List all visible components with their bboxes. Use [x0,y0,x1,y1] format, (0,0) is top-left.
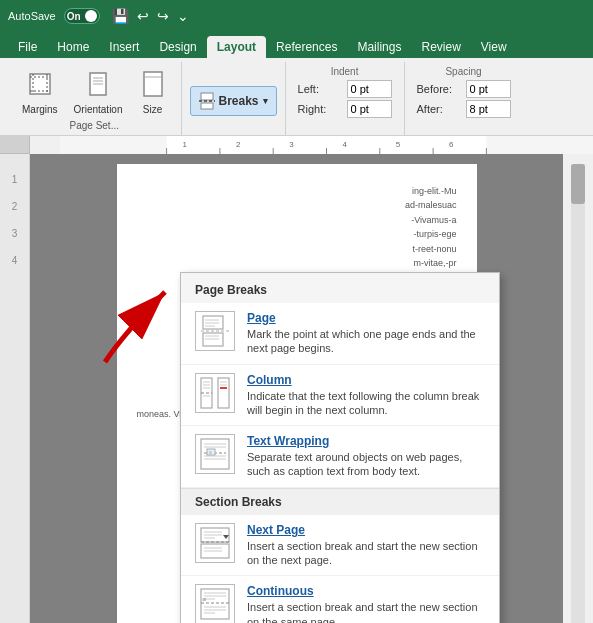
break-continuous-icon: ≡ [195,584,235,623]
right-panel [563,154,593,623]
size-button[interactable]: Size [133,66,173,119]
break-continuous-text: Continuous Insert a section break and st… [247,584,485,623]
break-next-page-text: Next Page Insert a section break and sta… [247,523,485,568]
spacing-before-input[interactable] [466,80,511,98]
spacing-after-label: After: [417,103,462,115]
tab-view[interactable]: View [471,36,517,58]
break-page-icon [195,311,235,351]
indent-spacing-group: Indent Left: Right: [286,62,405,135]
break-column-name: Column [247,373,485,387]
orientation-label: Orientation [74,104,123,115]
ribbon-toolbar: Margins Orientation [0,58,593,136]
break-next-page-icon [195,523,235,563]
section-breaks-title: Section Breaks [181,488,499,515]
svg-rect-9 [144,72,162,96]
ruler-row: 1 2 3 4 5 6 [0,136,593,154]
indent-group-label: Indent [298,66,392,77]
page-num-4: 4 [12,255,18,266]
horizontal-ruler: 1 2 3 4 5 6 [60,136,593,154]
svg-text:1: 1 [183,140,188,149]
break-text-wrapping-icon: ≡ [195,434,235,474]
svg-text:5: 5 [396,140,401,149]
orientation-button[interactable]: Orientation [68,66,129,119]
spacing-group-label: Spacing [417,66,511,77]
break-text-wrapping-desc: Separate text around objects on web page… [247,450,485,479]
ribbon-tabs: File Home Insert Design Layout Reference… [0,32,593,58]
svg-text:6: 6 [449,140,454,149]
svg-text:2: 2 [236,140,241,149]
main-area: 1 2 3 4 5 6 1 2 3 4 i [0,136,593,623]
break-column-desc: Indicate that the text following the col… [247,389,485,418]
svg-text:≡: ≡ [202,596,206,603]
indent-right-label: Right: [298,103,343,115]
breaks-group: Breaks ▾ [182,62,286,135]
indent-left-input[interactable] [347,80,392,98]
break-page-text: Page Mark the point at which one page en… [247,311,485,356]
break-page-name: Page [247,311,485,325]
scrollbar-thumb[interactable] [571,164,585,204]
margins-icon [26,70,54,102]
size-label: Size [143,104,162,115]
scrollbar-track[interactable] [571,164,585,623]
tab-insert[interactable]: Insert [99,36,149,58]
break-column-item[interactable]: Column Indicate that the text following … [181,365,499,427]
svg-text:≡: ≡ [209,449,212,455]
svg-text:3: 3 [289,140,294,149]
tab-references[interactable]: References [266,36,347,58]
breaks-dropdown-arrow: ▾ [263,96,268,106]
page-num-1: 1 [12,174,18,185]
tab-home[interactable]: Home [47,36,99,58]
spacing-group: Spacing Before: After: [405,62,523,135]
break-column-text: Column Indicate that the text following … [247,373,485,418]
spacing-after-input[interactable] [466,100,511,118]
svg-rect-13 [201,103,213,109]
page-num-2: 2 [12,201,18,212]
break-column-icon [195,373,235,413]
break-continuous-name: Continuous [247,584,485,598]
break-text-wrapping-name: Text Wrapping [247,434,485,448]
ruler-corner [0,136,30,154]
indent-right-input[interactable] [347,100,392,118]
spacing-before-label: Before: [417,83,462,95]
autosave-label: AutoSave [8,10,56,22]
indent-left-label: Left: [298,83,343,95]
tab-layout[interactable]: Layout [207,36,266,58]
svg-text:4: 4 [342,140,347,149]
more-commands-icon[interactable]: ⌄ [177,8,189,24]
break-next-page-name: Next Page [247,523,485,537]
orientation-icon [84,70,112,102]
svg-rect-11 [201,93,213,100]
left-sidebar: 1 2 3 4 [0,154,30,623]
break-continuous-item[interactable]: ≡ Continuous Insert a section break and … [181,576,499,623]
break-page-item[interactable]: Page Mark the point at which one page en… [181,303,499,365]
title-bar-icons: 💾 ↩ ↪ ⌄ [112,8,189,24]
page-setup-group: Margins Orientation [8,62,182,135]
break-page-desc: Mark the point at which one page ends an… [247,327,485,356]
tab-mailings[interactable]: Mailings [347,36,411,58]
tab-design[interactable]: Design [149,36,206,58]
autosave-toggle[interactable]: On [64,8,100,24]
undo-icon[interactable]: ↩ [137,8,149,24]
break-text-wrapping-text: Text Wrapping Separate text around objec… [247,434,485,479]
page-num-3: 3 [12,228,18,239]
title-bar: AutoSave On 💾 ↩ ↪ ⌄ [0,0,593,32]
tab-file[interactable]: File [8,36,47,58]
page-setup-group-label: Page Set... [70,120,119,133]
breaks-label: Breaks [219,94,259,108]
save-icon[interactable]: 💾 [112,8,129,24]
breaks-dropdown: Page Breaks Page Mark the point at which… [180,272,500,623]
margins-label: Margins [22,104,58,115]
break-text-wrapping-item[interactable]: ≡ Text Wrapping Separate text around obj… [181,426,499,488]
break-next-page-item[interactable]: Next Page Insert a section break and sta… [181,515,499,577]
redo-icon[interactable]: ↪ [157,8,169,24]
page-breaks-title: Page Breaks [181,273,499,303]
page-setup-buttons: Margins Orientation [16,64,173,120]
break-next-page-desc: Insert a section break and start the new… [247,539,485,568]
margins-button[interactable]: Margins [16,66,64,119]
tab-review[interactable]: Review [411,36,470,58]
size-icon [139,70,167,102]
break-continuous-desc: Insert a section break and start the new… [247,600,485,623]
breaks-button[interactable]: Breaks ▾ [190,86,277,116]
